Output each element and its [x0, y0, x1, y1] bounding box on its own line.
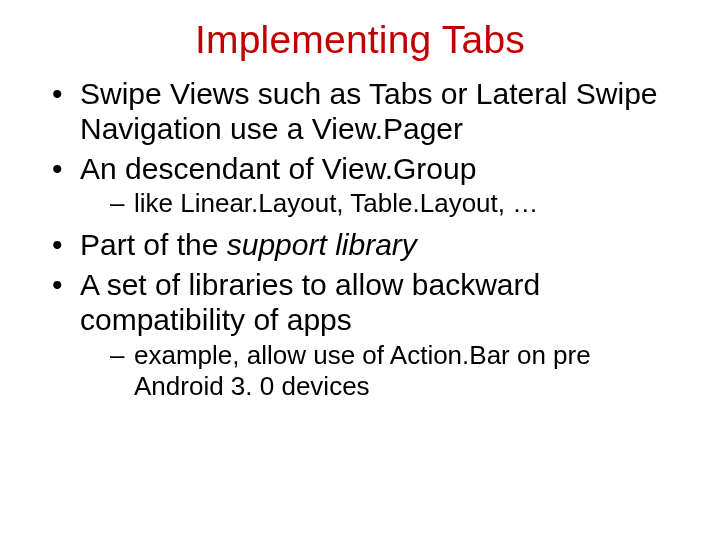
- bullet-item: Swipe Views such as Tabs or Lateral Swip…: [50, 76, 680, 147]
- bullet-item: Part of the support library: [50, 227, 680, 262]
- bullet-item: An descendant of View.Group like Linear.…: [50, 151, 680, 220]
- sub-bullet-text: example, allow use of Action.Bar on pre …: [134, 340, 591, 401]
- bullet-list: Swipe Views such as Tabs or Lateral Swip…: [40, 76, 680, 402]
- bullet-text: Swipe Views such as Tabs or Lateral Swip…: [80, 77, 658, 145]
- sub-bullet-list: example, allow use of Action.Bar on pre …: [80, 340, 680, 402]
- slide-title: Implementing Tabs: [40, 18, 680, 62]
- sub-bullet-list: like Linear.Layout, Table.Layout, …: [80, 188, 680, 219]
- sub-bullet-item: example, allow use of Action.Bar on pre …: [110, 340, 680, 402]
- sub-bullet-text: like Linear.Layout, Table.Layout, …: [134, 188, 538, 218]
- slide: Implementing Tabs Swipe Views such as Ta…: [0, 0, 720, 540]
- bullet-text-emphasis: support library: [227, 228, 417, 261]
- bullet-text-prefix: Part of the: [80, 228, 227, 261]
- bullet-item: A set of libraries to allow backward com…: [50, 267, 680, 402]
- sub-bullet-item: like Linear.Layout, Table.Layout, …: [110, 188, 680, 219]
- bullet-text: An descendant of View.Group: [80, 152, 476, 185]
- bullet-text: A set of libraries to allow backward com…: [80, 268, 540, 336]
